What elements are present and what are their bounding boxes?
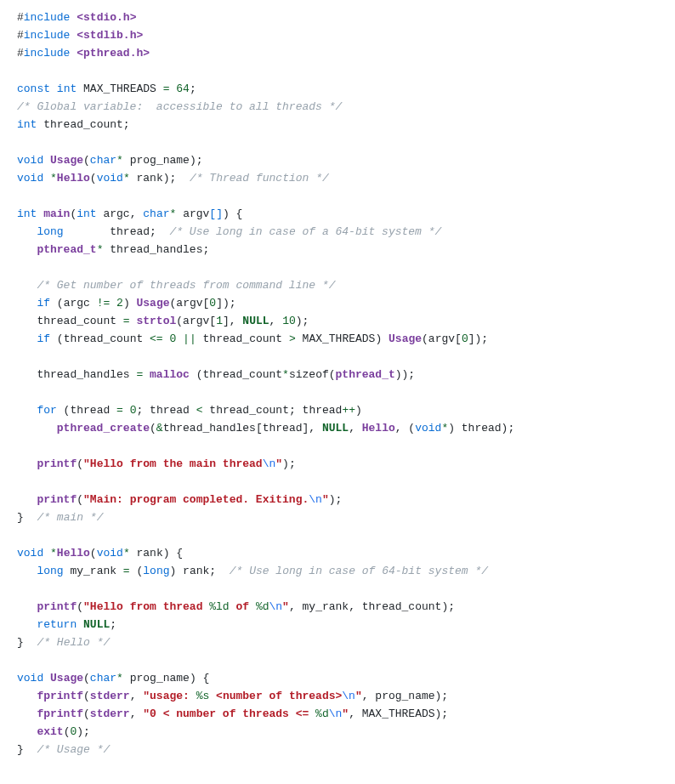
code-line: const int MAX_THREADS = 64;	[17, 80, 658, 98]
code-line: thread_handles = malloc (thread_count*si…	[17, 366, 658, 383]
code-line: return NULL;	[17, 616, 658, 633]
code-line: pthread_t* thread_handles;	[17, 241, 658, 258]
code-line: for (thread = 0; thread < thread_count; …	[17, 401, 658, 419]
code-line: } /* main */	[17, 508, 658, 526]
code-line: int thread_count;	[17, 116, 658, 134]
code-line: exit(0);	[17, 723, 658, 741]
code-line: printf("Main: program completed. Exiting…	[17, 491, 658, 508]
code-line: long my_rank = (long) rank; /* Use long …	[17, 562, 658, 580]
code-line: long thread; /* Use long in case of a 64…	[17, 223, 658, 241]
code-line: thread_count = strtol(argv[1], NULL, 10)…	[17, 312, 658, 330]
code-line: if (thread_count <= 0 || thread_count > …	[17, 330, 658, 348]
code-line: printf("Hello from thread %ld of %d\n", …	[17, 598, 658, 616]
code-line: int main(int argc, char* argv[]) {	[17, 205, 658, 223]
code-line: pthread_create(&thread_handles[thread], …	[17, 419, 658, 437]
code-line: /* Get number of threads from command li…	[17, 276, 658, 294]
code-line: if (argc != 2) Usage(argv[0]);	[17, 294, 658, 312]
code-line: /* Global variable: accessible to all th…	[17, 98, 658, 116]
code-line: fprintf(stderr, "0 < number of threads <…	[17, 705, 658, 723]
code-line: void *Hello(void* rank) {	[17, 544, 658, 562]
code-line: void *Hello(void* rank); /* Thread funct…	[17, 169, 658, 187]
code-line: #include <stdio.h>	[17, 9, 658, 26]
code-block: #include <stdio.h>#include <stdlib.h>#in…	[17, 9, 658, 758]
code-line: fprintf(stderr, "usage: %s <number of th…	[17, 687, 658, 705]
code-line: #include <pthread.h>	[17, 44, 658, 62]
code-line: } /* Hello */	[17, 633, 658, 651]
code-line: void Usage(char* prog_name);	[17, 151, 658, 169]
code-line: void Usage(char* prog_name) {	[17, 669, 658, 687]
code-line: } /* Usage */	[17, 741, 658, 758]
code-line: #include <stdlib.h>	[17, 26, 658, 44]
code-line: printf("Hello from the main thread\n");	[17, 455, 658, 473]
